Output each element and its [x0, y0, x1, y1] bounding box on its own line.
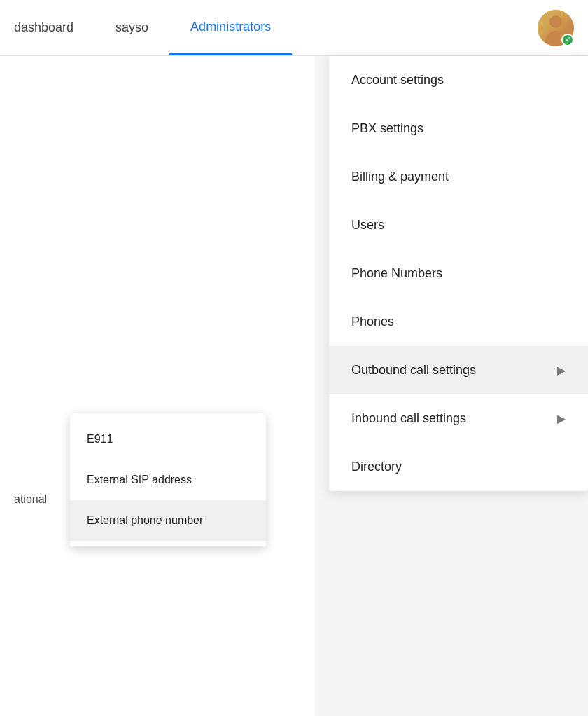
background-text: ational: [14, 493, 47, 506]
user-avatar-wrapper: [538, 10, 574, 46]
dropdown-item-label: Billing & payment: [351, 170, 449, 184]
chevron-right-icon: ▶: [557, 412, 566, 425]
dropdown-item-label: Phone Numbers: [351, 266, 442, 281]
dropdown-item-pbx-settings[interactable]: PBX settings: [329, 104, 588, 153]
submenu-item-external-phone-number[interactable]: External phone number: [70, 500, 266, 541]
dropdown-item-directory[interactable]: Directory: [329, 443, 588, 491]
dropdown-item-label: Outbound call settings: [351, 363, 476, 378]
chevron-right-icon: ▶: [557, 364, 566, 377]
dropdown-item-inbound-call-settings[interactable]: Inbound call settings ▶: [329, 394, 588, 443]
left-panel: ational: [0, 56, 315, 716]
navbar: dashboard sayso Administrators: [0, 0, 588, 56]
dropdown-item-account-settings[interactable]: Account settings: [329, 56, 588, 104]
submenu-item-label: External SIP address: [87, 474, 192, 486]
outbound-call-settings-submenu: E911 External SIP address External phone…: [70, 413, 266, 546]
dropdown-item-phone-numbers[interactable]: Phone Numbers: [329, 249, 588, 298]
submenu-item-label: External phone number: [87, 514, 203, 526]
main-content: ational Account settings PBX settings Bi…: [0, 56, 588, 716]
avatar-status-badge: [561, 34, 574, 46]
nav-dashboard[interactable]: dashboard: [14, 0, 94, 55]
dropdown-item-label: Account settings: [351, 73, 444, 88]
administrators-dropdown: Account settings PBX settings Billing & …: [329, 56, 588, 491]
submenu-item-label: E911: [87, 433, 113, 445]
nav-sayso[interactable]: sayso: [94, 0, 169, 55]
dropdown-item-label: PBX settings: [351, 121, 424, 136]
dropdown-item-billing[interactable]: Billing & payment: [329, 153, 588, 201]
dropdown-item-label: Users: [351, 218, 384, 233]
dropdown-item-phones[interactable]: Phones: [329, 298, 588, 346]
nav-administrators[interactable]: Administrators: [169, 0, 292, 55]
dropdown-item-outbound-call-settings[interactable]: Outbound call settings ▶: [329, 346, 588, 394]
dropdown-item-label: Phones: [351, 315, 394, 329]
dropdown-item-label: Directory: [351, 460, 402, 474]
dropdown-item-users[interactable]: Users: [329, 201, 588, 249]
dropdown-item-label: Inbound call settings: [351, 411, 466, 426]
submenu-item-external-sip-address[interactable]: External SIP address: [70, 460, 266, 500]
submenu-item-e911[interactable]: E911: [70, 419, 266, 460]
